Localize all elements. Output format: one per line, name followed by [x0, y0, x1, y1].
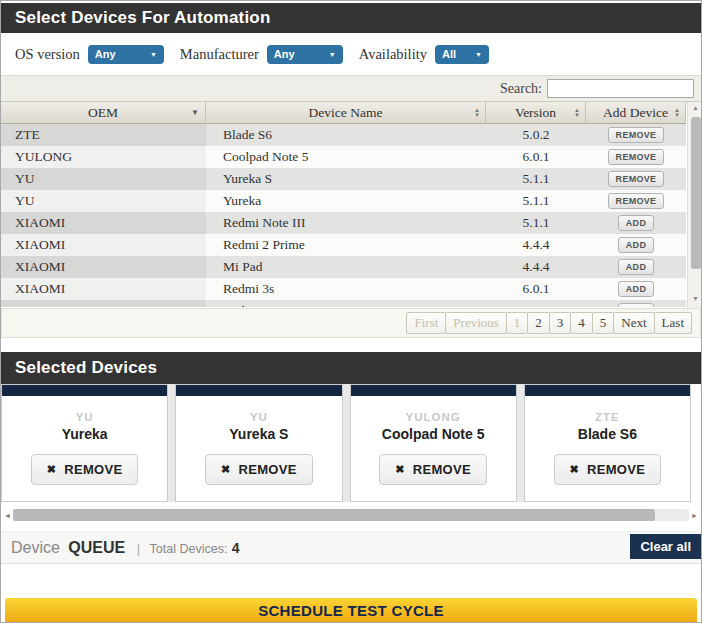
device-table: OEM ▼ Device Name ▲ ▼ Version ▲ ▼ Add De…: [1, 102, 702, 307]
add-remove-device-button[interactable]: REMOVE: [608, 171, 665, 187]
device-name-cell: Mi Pad: [206, 256, 486, 278]
horizontal-scrollbar-track[interactable]: [13, 509, 689, 521]
add-remove-device-button[interactable]: ADD: [618, 259, 654, 275]
pagination-button[interactable]: 3: [549, 312, 572, 334]
card-device-name: Coolpad Note 5: [382, 426, 485, 442]
search-label: Search:: [500, 81, 542, 97]
version-cell: 6.0.1: [486, 278, 586, 300]
queue-bar: Device QUEUE | Total Devices: 4 Clear al…: [1, 531, 701, 564]
table-row: XIAOMI Redmi Note III 6.0.1 ADD: [1, 300, 686, 307]
card-remove-label: REMOVE: [239, 462, 297, 477]
add-remove-device-button[interactable]: REMOVE: [608, 127, 665, 143]
clear-all-button[interactable]: Clear all: [630, 534, 701, 559]
vertical-scrollbar[interactable]: ▲ ▼: [687, 102, 702, 308]
pagination-bar: FirstPrevious12345NextLast: [1, 308, 701, 338]
column-header[interactable]: Device Name ▲ ▼: [206, 102, 486, 123]
availability-label: Availability: [359, 46, 427, 63]
scroll-right-icon[interactable]: ►: [689, 512, 700, 519]
page-title: Select Devices For Automation: [15, 8, 271, 28]
x-icon: ✖: [221, 463, 231, 476]
oem-cell: XIAOMI: [1, 234, 206, 256]
total-devices-label: Total Devices:: [150, 542, 228, 556]
scroll-down-icon[interactable]: ▼: [692, 295, 699, 306]
pagination-button[interactable]: 5: [592, 312, 615, 334]
column-header[interactable]: Version ▲ ▼: [486, 102, 586, 123]
availability-value: All: [442, 48, 456, 60]
oem-cell: XIAOMI: [1, 212, 206, 234]
horizontal-scrollbar-thumb[interactable]: [13, 509, 655, 521]
add-remove-device-button[interactable]: REMOVE: [608, 193, 665, 209]
card-remove-button[interactable]: ✖ REMOVE: [205, 454, 313, 485]
card-remove-button[interactable]: ✖ REMOVE: [379, 454, 487, 485]
add-remove-device-button[interactable]: ADD: [618, 281, 654, 297]
filter-availability: Availability All ▼: [359, 45, 489, 64]
pagination-button[interactable]: 2: [527, 312, 550, 334]
version-cell: 5.1.1: [486, 168, 586, 190]
pagination-button[interactable]: Last: [654, 312, 692, 334]
oem-cell: XIAOMI: [1, 278, 206, 300]
device-name-cell: Yureka S: [206, 168, 486, 190]
card-accent-bar: [525, 385, 690, 396]
availability-select[interactable]: All ▼: [435, 45, 489, 64]
card-oem-label: YU: [76, 411, 94, 423]
pagination-button: First: [406, 312, 446, 334]
card-remove-button[interactable]: ✖ REMOVE: [554, 454, 662, 485]
manufacturer-select[interactable]: Any ▼: [267, 45, 343, 64]
oem-cell: XIAOMI: [1, 256, 206, 278]
card-oem-label: ZTE: [595, 411, 620, 423]
manufacturer-label: Manufacturer: [180, 46, 259, 63]
card-oem-label: YU: [250, 411, 268, 423]
scroll-up-icon[interactable]: ▲: [692, 104, 699, 115]
filter-bar: OS version Any ▼ Manufacturer Any ▼ Avai…: [1, 33, 701, 75]
selected-devices-title: Selected Devices: [15, 358, 157, 378]
queue-prefix: Device: [11, 539, 60, 556]
spacer: [1, 338, 701, 352]
card-remove-label: REMOVE: [64, 462, 122, 477]
schedule-test-cycle-button[interactable]: SCHEDULE TEST CYCLE: [5, 598, 697, 622]
oem-cell: ZTE: [1, 124, 206, 146]
table-row: YULONG Coolpad Note 5 6.0.1 REMOVE: [1, 146, 686, 168]
table-row: XIAOMI Mi Pad 4.4.4 ADD: [1, 256, 686, 278]
card-device-name: Yureka S: [229, 426, 288, 442]
selected-device-card: YU Yureka S ✖ REMOVE: [175, 384, 342, 502]
pagination-button[interactable]: Next: [613, 312, 654, 334]
column-header-label: Add Device: [603, 105, 668, 121]
manufacturer-value: Any: [274, 48, 295, 60]
vertical-scrollbar-thumb[interactable]: [691, 117, 701, 269]
os-version-label: OS version: [15, 46, 80, 63]
card-accent-bar: [351, 385, 516, 396]
column-header[interactable]: Add Device ▲ ▼: [586, 102, 686, 123]
x-icon: ✖: [395, 463, 405, 476]
device-name-cell: Coolpad Note 5: [206, 146, 486, 168]
version-cell: 4.4.4: [486, 256, 586, 278]
sort-desc-glyph: ▼: [474, 113, 480, 118]
selected-devices-header: Selected Devices: [1, 352, 701, 384]
os-version-select[interactable]: Any ▼: [88, 45, 164, 64]
chevron-down-icon: ▼: [150, 51, 157, 58]
card-accent-bar: [176, 385, 341, 396]
card-remove-button[interactable]: ✖ REMOVE: [31, 454, 139, 485]
table-row: YU Yureka S 5.1.1 REMOVE: [1, 168, 686, 190]
sort-both-icon: ▲ ▼: [474, 108, 480, 117]
card-remove-label: REMOVE: [413, 462, 471, 477]
pagination-button[interactable]: 4: [570, 312, 593, 334]
column-header-label: Version: [515, 105, 556, 121]
search-input[interactable]: [547, 79, 694, 98]
card-accent-bar: [2, 385, 167, 396]
column-header[interactable]: OEM ▼: [1, 102, 206, 123]
horizontal-scrollbar[interactable]: ◄ ►: [1, 507, 701, 523]
table-row: YU Yureka 5.1.1 REMOVE: [1, 190, 686, 212]
version-cell: 5.1.1: [486, 190, 586, 212]
table-row: ZTE Blade S6 5.0.2 REMOVE: [1, 124, 686, 146]
version-cell: 5.0.2: [486, 124, 586, 146]
selected-device-card: ZTE Blade S6 ✖ REMOVE: [524, 384, 691, 502]
scroll-left-icon[interactable]: ◄: [2, 512, 13, 519]
oem-cell: YULONG: [1, 146, 206, 168]
chevron-down-icon: ▼: [329, 51, 336, 58]
add-remove-device-button[interactable]: ADD: [618, 303, 654, 307]
add-remove-device-button[interactable]: ADD: [618, 215, 654, 231]
add-remove-device-button[interactable]: REMOVE: [608, 149, 665, 165]
add-remove-device-button[interactable]: ADD: [618, 237, 654, 253]
oem-cell: YU: [1, 190, 206, 212]
filter-os-version: OS version Any ▼: [15, 45, 164, 64]
